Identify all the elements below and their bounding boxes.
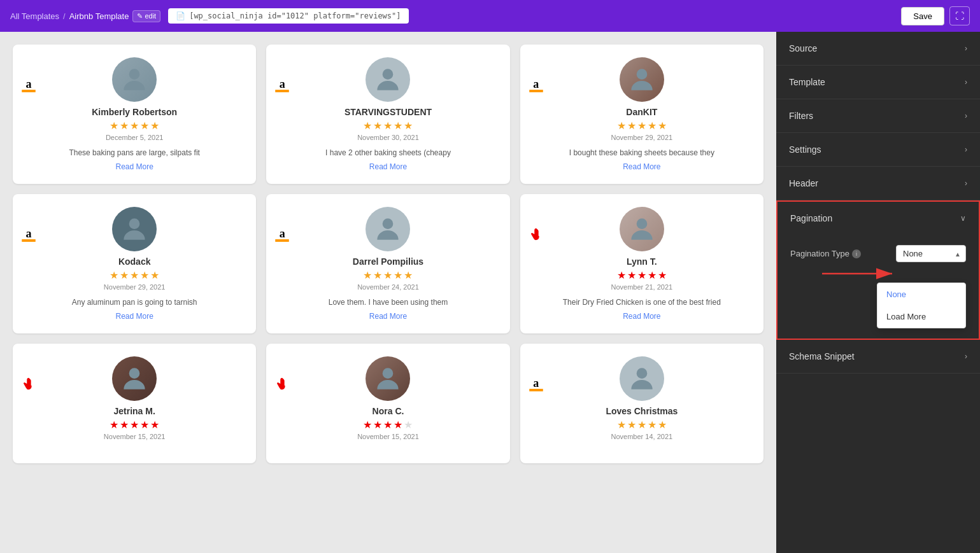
review-text: Their Dry Fried Chicken is one of the be… xyxy=(563,297,721,308)
avatar xyxy=(366,356,410,401)
platform-icon-yelp xyxy=(529,227,543,244)
svg-point-5 xyxy=(636,218,647,229)
star-5: ★ xyxy=(150,269,159,281)
pagination-type-select[interactable]: None Load More xyxy=(896,245,966,262)
star-3: ★ xyxy=(130,419,139,431)
sidebar-section-filters: Filters › xyxy=(776,99,980,133)
svg-point-1 xyxy=(383,69,394,80)
reviewer-name: Lynn T. xyxy=(627,256,657,267)
star-3: ★ xyxy=(130,120,139,132)
schema-chevron-icon: › xyxy=(965,352,967,361)
star-3: ★ xyxy=(383,120,392,132)
schema-label: Schema Snippet xyxy=(789,351,855,361)
star-3: ★ xyxy=(637,120,646,132)
avatar xyxy=(112,356,157,401)
read-more-link[interactable]: Read More xyxy=(623,312,660,321)
review-text: Any aluminum pan is going to tarnish xyxy=(72,297,197,308)
amazon-logo: a xyxy=(22,227,36,242)
star-1: ★ xyxy=(617,120,626,132)
star-1: ★ xyxy=(617,419,626,431)
review-date: November 30, 2021 xyxy=(357,134,419,141)
source-section-header[interactable]: Source › xyxy=(776,32,980,65)
star-3: ★ xyxy=(383,419,392,431)
content-area: a Kimberly Robertson ★ ★ ★ ★ ★ December … xyxy=(0,32,776,553)
pagination-section-header[interactable]: Pagination ∨ xyxy=(778,202,979,235)
review-date: November 29, 2021 xyxy=(104,283,166,291)
settings-label: Settings xyxy=(789,144,821,155)
star-3: ★ xyxy=(637,269,646,281)
source-chevron-icon: › xyxy=(965,44,967,53)
read-more-link[interactable]: Read More xyxy=(369,162,407,171)
template-chevron-icon: › xyxy=(965,78,967,87)
edit-badge[interactable]: ✎ edit xyxy=(132,10,160,22)
svg-point-2 xyxy=(636,69,647,80)
edit-icon: ✎ xyxy=(137,12,143,20)
review-card: Nora C. ★ ★ ★ ★ ★ November 15, 2021 xyxy=(266,344,509,463)
read-more-link[interactable]: Read More xyxy=(115,162,153,171)
dropdown-item-load-more[interactable]: Load More xyxy=(877,305,965,328)
header-label: Header xyxy=(789,178,818,188)
reviewer-name: Darrel Pompilius xyxy=(353,256,423,267)
star-1: ★ xyxy=(110,419,118,431)
breadcrumb-separator: / xyxy=(63,11,66,21)
template-section-header[interactable]: Template › xyxy=(776,66,980,99)
reviewer-name: Kimberly Robertson xyxy=(92,107,177,117)
amazon-logo: a xyxy=(22,78,36,92)
sidebar-section-source: Source › xyxy=(776,32,980,66)
filters-chevron-icon: › xyxy=(965,111,967,120)
review-date: December 5, 2021 xyxy=(106,134,164,141)
read-more-link[interactable]: Read More xyxy=(623,162,660,171)
main-layout: a Kimberly Robertson ★ ★ ★ ★ ★ December … xyxy=(0,32,980,553)
review-card: a Loves Christmas ★ ★ ★ ★ ★ November 14,… xyxy=(520,344,763,463)
star-4: ★ xyxy=(394,269,402,281)
pagination-select-wrapper: None Load More ▲ xyxy=(896,245,966,262)
header-chevron-icon: › xyxy=(965,179,967,188)
star-2: ★ xyxy=(627,120,636,132)
breadcrumb-all-templates[interactable]: All Templates xyxy=(10,11,59,21)
reviewer-name: Jetrina M. xyxy=(113,406,155,416)
platform-icon-yelp xyxy=(22,377,36,394)
schema-section-header[interactable]: Schema Snippet › xyxy=(776,340,980,373)
star-4: ★ xyxy=(140,269,149,281)
avatar xyxy=(620,207,664,251)
review-card: a Kodack ★ ★ ★ ★ ★ November 29, 2021 Any… xyxy=(13,194,256,333)
yelp-logo xyxy=(529,230,543,244)
save-button[interactable]: Save xyxy=(901,7,944,25)
reviewer-name: DanKIT xyxy=(626,107,657,117)
star-4: ★ xyxy=(648,419,657,431)
pagination-label: Pagination xyxy=(790,213,832,223)
review-date: November 14, 2021 xyxy=(611,433,673,440)
read-more-link[interactable]: Read More xyxy=(369,312,407,321)
star-1: ★ xyxy=(617,269,626,281)
header-section-header[interactable]: Header › xyxy=(776,167,980,200)
star-1: ★ xyxy=(363,269,372,281)
star-3: ★ xyxy=(383,269,392,281)
star-5: ★ xyxy=(658,419,667,431)
reviewer-name: Loves Christmas xyxy=(606,406,678,416)
reviewer-name: Nora C. xyxy=(373,406,404,416)
pagination-body: Pagination Type i None Load More ▲ xyxy=(778,235,979,339)
expand-button[interactable]: ⛶ xyxy=(949,6,970,25)
sidebar-section-schema: Schema Snippet › xyxy=(776,340,980,374)
arrow-area xyxy=(790,267,966,280)
star-4: ★ xyxy=(648,269,657,281)
amazon-logo: a xyxy=(529,78,543,92)
shortcode-icon: 📄 xyxy=(176,11,185,20)
star-2: ★ xyxy=(373,419,382,431)
star-1: ★ xyxy=(110,269,118,281)
platform-icon-amazon: a xyxy=(529,377,543,391)
star-3: ★ xyxy=(130,269,139,281)
avatar xyxy=(112,207,157,251)
sidebar-section-pagination: Pagination ∨ Pagination Type i None Load… xyxy=(776,200,980,340)
read-more-link[interactable]: Read More xyxy=(115,312,153,321)
settings-section-header[interactable]: Settings › xyxy=(776,133,980,166)
star-1: ★ xyxy=(110,120,118,132)
review-date: November 21, 2021 xyxy=(611,283,673,291)
star-5: ★ xyxy=(658,269,667,281)
shortcode-box[interactable]: 📄 [wp_social_ninja id="1012" platform="r… xyxy=(168,8,408,24)
star-rating: ★ ★ ★ ★ ★ xyxy=(617,269,667,281)
dropdown-item-none[interactable]: None xyxy=(877,283,965,305)
filters-section-header[interactable]: Filters › xyxy=(776,99,980,132)
star-rating: ★ ★ ★ ★ ★ xyxy=(363,120,413,132)
sidebar-section-settings: Settings › xyxy=(776,133,980,167)
